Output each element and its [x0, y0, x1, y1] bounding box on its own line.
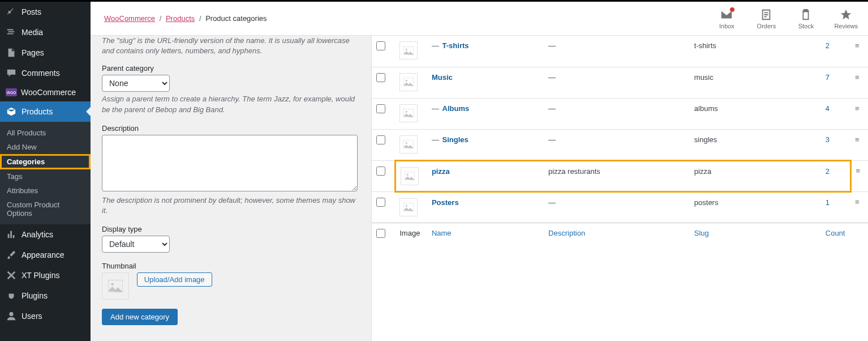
menu-posts[interactable]: Posts [0, 2, 91, 22]
menu-products[interactable]: Products [0, 101, 91, 122]
activity-label: Stock [794, 23, 817, 29]
category-description: — [544, 67, 690, 98]
row-checkbox[interactable] [376, 41, 385, 50]
category-count-link[interactable]: 2 [826, 167, 830, 176]
crumb-current: Product categories [205, 14, 267, 23]
row-checkbox[interactable] [376, 198, 385, 207]
col-header-description[interactable]: Description [544, 223, 690, 245]
products-icon [6, 106, 17, 117]
parent-category-select[interactable]: None [102, 75, 170, 92]
category-name-link[interactable]: Singles [442, 135, 469, 144]
category-name-link[interactable]: Music [432, 73, 453, 82]
category-name-link[interactable]: T-shirts [442, 41, 469, 50]
submenu-categories[interactable]: Categories [0, 154, 91, 169]
category-slug: pizza [690, 160, 821, 191]
brush-icon [6, 249, 17, 261]
category-count-link[interactable]: 2 [826, 41, 830, 50]
thumbnail-label: Thumbnail [102, 262, 360, 270]
row-checkbox[interactable] [376, 104, 385, 113]
col-header-image: Image [395, 223, 427, 245]
drag-handle-icon[interactable]: ≡ [850, 129, 868, 160]
category-slug: singles [690, 129, 821, 160]
admin-sidebar: Posts Media Pages Comments woo WooCommer… [0, 2, 91, 341]
row-checkbox[interactable] [376, 167, 385, 176]
svg-point-12 [406, 174, 408, 176]
category-thumb [399, 41, 418, 59]
row-checkbox[interactable] [376, 73, 385, 82]
menu-label: Comments [22, 69, 60, 78]
menu-label: Products [22, 107, 53, 116]
star-icon [840, 8, 852, 21]
menu-label: XT Plugins [22, 271, 59, 280]
col-header-count[interactable]: Count [821, 223, 850, 245]
drag-handle-icon[interactable]: ≡ [850, 36, 868, 67]
activity-label: Orders [755, 23, 777, 29]
upload-image-button[interactable]: Upload/Add image [137, 272, 212, 287]
menu-plugins[interactable]: Plugins [0, 285, 91, 306]
category-name-link[interactable]: pizza [432, 167, 450, 176]
page-icon [6, 47, 17, 58]
media-icon [6, 27, 17, 38]
pin-icon [6, 6, 17, 18]
submenu-all-products[interactable]: All Products [0, 126, 91, 140]
menu-media[interactable]: Media [0, 22, 91, 42]
activity-inbox[interactable]: Inbox [715, 8, 738, 29]
activity-orders[interactable]: Orders [755, 8, 777, 29]
col-header-name[interactable]: Name [427, 223, 544, 245]
table-row: Posters—posters1≡ [372, 191, 868, 223]
menu-label: Users [22, 312, 42, 321]
submenu-add-new[interactable]: Add New [0, 140, 91, 154]
select-all-checkbox[interactable] [376, 229, 385, 238]
category-name-link[interactable]: Posters [432, 198, 459, 207]
menu-appearance[interactable]: Appearance [0, 245, 91, 265]
parent-help-text: Assign a parent term to create a hierarc… [102, 94, 360, 114]
category-count-link[interactable]: 7 [826, 73, 830, 82]
submenu-attributes[interactable]: Attributes [0, 184, 91, 198]
plug-icon [6, 290, 17, 301]
submenu-custom-product-options[interactable]: Custom Product Options [0, 198, 91, 220]
activity-stock[interactable]: Stock [794, 8, 817, 29]
activity-reviews[interactable]: Reviews [834, 8, 858, 29]
category-thumb [401, 167, 419, 185]
chart-icon [6, 229, 17, 240]
category-name-link[interactable]: Albums [442, 104, 470, 113]
category-thumb [399, 73, 418, 91]
table-row: — T-shirts—t-shirts2≡ [372, 36, 868, 67]
menu-xt-plugins[interactable]: XT Plugins [0, 265, 91, 285]
products-submenu: All Products Add New Categories Tags Att… [0, 122, 91, 224]
menu-label: WooCommerce [21, 88, 76, 97]
description-textarea[interactable] [102, 135, 358, 191]
drag-handle-icon[interactable]: ≡ [850, 98, 868, 129]
menu-analytics[interactable]: Analytics [0, 224, 91, 245]
drag-handle-icon[interactable]: ≡ [850, 160, 868, 191]
row-checkbox[interactable] [376, 135, 385, 144]
categories-table-wrap: — T-shirts—t-shirts2≡Music—music7≡— Albu… [371, 36, 868, 341]
table-row: pizzapizza resturantspizza2≡ [372, 160, 868, 191]
svg-point-0 [9, 312, 13, 316]
crumb-products[interactable]: Products [166, 14, 195, 23]
crumb-woocommerce[interactable]: WooCommerce [104, 14, 155, 23]
menu-woocommerce[interactable]: woo WooCommerce [0, 83, 91, 101]
display-type-select[interactable]: Default [102, 236, 170, 253]
category-thumb [399, 104, 418, 122]
table-row: — Albums—albums4≡ [372, 98, 868, 129]
menu-users[interactable]: Users [0, 306, 91, 326]
category-count-link[interactable]: 1 [826, 198, 830, 207]
category-description: — [544, 191, 690, 223]
add-category-button[interactable]: Add new category [102, 309, 178, 325]
drag-handle-icon[interactable]: ≡ [850, 67, 868, 98]
drag-handle-icon[interactable]: ≡ [850, 191, 868, 223]
add-category-form: The "slug" is the URL-friendly version o… [91, 36, 371, 341]
menu-comments[interactable]: Comments [0, 63, 91, 83]
category-count-link[interactable]: 3 [826, 135, 830, 144]
description-label: Description [102, 124, 360, 133]
xt-icon [6, 270, 17, 281]
menu-label: Plugins [22, 291, 48, 300]
submenu-tags[interactable]: Tags [0, 169, 91, 184]
category-count-link[interactable]: 4 [826, 104, 830, 113]
category-description: pizza resturants [544, 160, 690, 191]
content-area: The "slug" is the URL-friendly version o… [91, 36, 868, 341]
col-header-slug[interactable]: Slug [690, 223, 821, 245]
category-slug: posters [690, 191, 821, 223]
menu-pages[interactable]: Pages [0, 42, 91, 63]
